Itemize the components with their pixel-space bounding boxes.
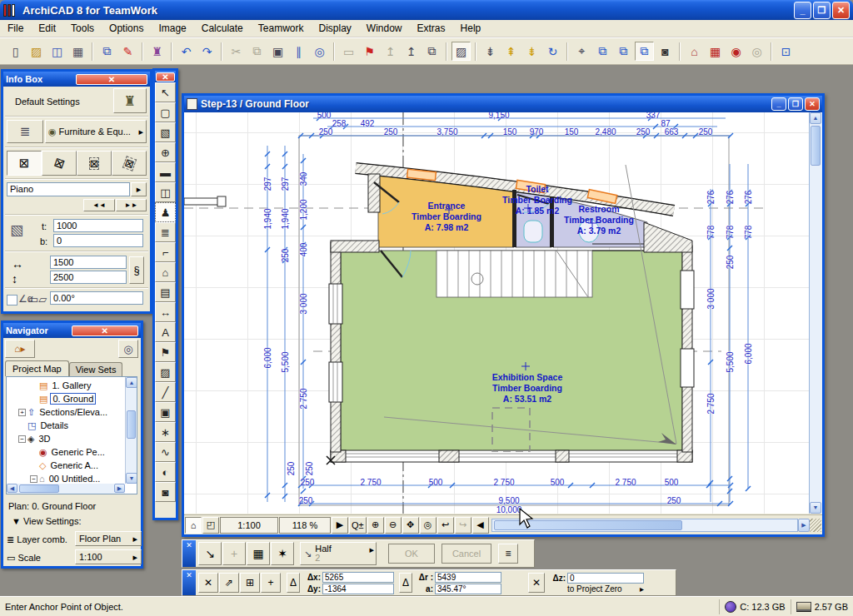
photo-render[interactable]: ◙ <box>656 42 675 61</box>
placement-rotated-dashed-button[interactable]: ⊠ <box>112 151 147 176</box>
delta-polar-toggle[interactable]: Δ <box>399 573 412 593</box>
paste[interactable]: ▣ <box>268 42 287 61</box>
object-flyout-button[interactable]: ▸ <box>131 182 147 196</box>
preview[interactable]: ◰ <box>202 517 219 534</box>
infobox-close-icon[interactable]: ✕ <box>76 74 147 85</box>
scale-selector[interactable]: 1:100▸ <box>75 549 142 564</box>
section-tool[interactable]: ∿ <box>155 442 176 462</box>
drawing-canvas[interactable]: 5009,150337258492872502503,7501509701502… <box>184 112 809 514</box>
chain-link-button[interactable]: § <box>129 256 144 284</box>
teamwork-workspace[interactable]: ♜ <box>147 42 167 61</box>
tab-view-sets[interactable]: View Sets <box>69 362 123 376</box>
user-origin[interactable]: + <box>261 573 281 593</box>
window-tool[interactable]: ◫ <box>155 182 176 202</box>
scroll-left[interactable]: ◀ <box>472 517 489 534</box>
view-settings-toggle[interactable]: ▼ View Settings: <box>12 516 81 526</box>
redo[interactable]: ↷ <box>197 42 217 61</box>
line-tool[interactable]: ╱ <box>155 382 176 402</box>
print[interactable]: ▦ <box>68 42 87 61</box>
fill-tool[interactable]: ▨ <box>155 362 176 382</box>
marquee-restrict[interactable]: ▭ <box>339 42 358 61</box>
close-button[interactable]: ✕ <box>832 2 850 19</box>
fit-in-window[interactable]: ⊡ <box>776 42 796 61</box>
b-field[interactable]: 0 <box>53 234 143 247</box>
relative-construction-selector[interactable]: ↘ Half 2 ▸ <box>300 542 377 565</box>
magic-wand[interactable]: ✶ <box>271 542 294 565</box>
dy-field[interactable]: -1364 <box>322 584 394 594</box>
mirror-checkbox[interactable] <box>7 295 17 306</box>
layer-comb-selector[interactable]: Floor Plan▸ <box>75 531 142 546</box>
stair-tool[interactable]: ≣ <box>155 222 176 242</box>
layers-icon[interactable]: ≣ <box>7 120 43 143</box>
zoom-display[interactable]: 118 % <box>279 517 331 534</box>
menu-item[interactable]: File <box>0 20 31 37</box>
doc-close-button[interactable]: ✕ <box>805 97 820 111</box>
snap-arrow[interactable]: ↘ <box>198 542 222 565</box>
hscroll-thumb[interactable] <box>494 520 682 530</box>
figure-tool[interactable]: ▣ <box>155 402 176 422</box>
scroll-up-button[interactable]: ▲ <box>810 112 821 124</box>
relative-coords[interactable]: ✕ <box>198 573 218 593</box>
menu-item[interactable]: Image <box>151 20 193 37</box>
label-tool[interactable]: ⚑ <box>155 342 176 362</box>
toolbox-close-icon[interactable]: ✕ <box>156 72 175 82</box>
placement-rotated-button[interactable]: ⊠ <box>42 151 77 176</box>
menu-item[interactable]: Edit <box>31 20 63 37</box>
dz-toggle[interactable]: ✕ <box>528 573 545 593</box>
width-field[interactable]: 1500 <box>50 256 127 269</box>
drawing-update[interactable]: ⧉ <box>635 42 654 61</box>
camera-tool[interactable]: ◙ <box>155 482 176 502</box>
scroll-down-button[interactable]: ▼ <box>810 502 821 514</box>
text-tool[interactable]: A <box>155 322 176 342</box>
tree-expander[interactable]: − <box>30 475 37 483</box>
hotspot-tool[interactable]: ∗ <box>155 422 176 442</box>
hotlink-module[interactable]: ⧉ <box>593 42 612 61</box>
brickwork[interactable]: ▦ <box>706 42 725 61</box>
slab-tool[interactable]: ⌐ <box>155 242 176 262</box>
cancel-button[interactable]: Cancel <box>441 544 491 564</box>
tab-project-map[interactable]: Project Map <box>5 360 69 376</box>
story-menu[interactable]: ⌂ <box>185 517 202 534</box>
detail-tool[interactable]: ◐ <box>155 462 176 482</box>
infobox-titlebar[interactable]: Info Box ✕ <box>3 72 150 87</box>
zoom-out[interactable]: ⊖ <box>385 517 402 534</box>
dx-field[interactable]: 5265 <box>322 572 394 583</box>
document-titlebar[interactable]: Step-13 / Ground Floor _ ❐ ✕ <box>184 96 822 112</box>
pan-hand[interactable]: ✥ <box>402 517 419 534</box>
story-up[interactable]: ⇞ <box>501 42 521 61</box>
save[interactable]: ◫ <box>47 42 67 61</box>
hscroll-right-button[interactable]: ▶ <box>798 519 810 532</box>
dr-field[interactable]: 5439 <box>435 572 501 583</box>
control-box-more-button[interactable]: ≡ <box>498 544 518 564</box>
cut[interactable]: ✂ <box>227 42 246 61</box>
copy[interactable]: ⧉ <box>247 42 267 61</box>
layer-selector[interactable]: ◉ Furniture & Equ... ▸ <box>45 120 147 143</box>
send-top[interactable]: ↥ <box>381 42 400 61</box>
tree-expander[interactable]: + <box>18 409 26 416</box>
menu-item[interactable]: Extras <box>410 20 453 37</box>
publish[interactable]: ⚑ <box>360 42 379 61</box>
search-disabled[interactable]: ◎ <box>747 42 766 61</box>
story-0-ground[interactable]: ▤ 0. Ground <box>7 392 137 405</box>
menu-item[interactable]: Options <box>102 20 151 37</box>
angle-field[interactable]: 0.00° <box>50 291 143 305</box>
vertical-scrollbar[interactable]: ▲ ▼ <box>809 112 822 514</box>
navigator-close-icon[interactable]: ✕ <box>72 325 139 336</box>
go-to-story[interactable]: ⇟ <box>522 42 541 61</box>
rebuild[interactable]: ↻ <box>543 42 562 61</box>
new-document[interactable]: ▯ <box>6 42 25 61</box>
flyout[interactable]: ▶ <box>332 517 348 534</box>
t-field[interactable]: 1000 <box>53 219 143 232</box>
gravity[interactable]: ⇗ <box>219 573 239 593</box>
fit-zoom[interactable]: ◎ <box>420 517 436 534</box>
height-field[interactable]: 2500 <box>50 271 127 284</box>
menu-item[interactable]: Help <box>453 20 489 37</box>
open[interactable]: ▨ <box>27 42 46 61</box>
minimize-button[interactable]: _ <box>794 2 811 19</box>
coordinates-grip[interactable]: ✕ <box>182 570 196 595</box>
plot[interactable]: ⧉ <box>97 42 117 61</box>
clean-wall-intersections[interactable]: ▨ <box>451 42 471 61</box>
story-down[interactable]: ⇟ <box>481 42 500 61</box>
zoom-in[interactable]: ⊕ <box>367 517 384 534</box>
restore-button[interactable]: ❐ <box>813 2 831 19</box>
